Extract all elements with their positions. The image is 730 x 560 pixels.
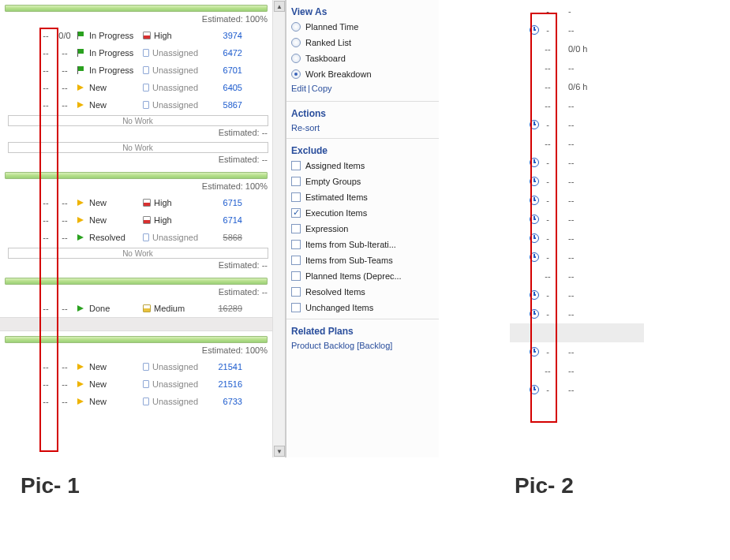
- priority-icon: [143, 84, 149, 91]
- exclude-option[interactable]: Execution Items: [291, 205, 434, 221]
- clock-icon: [530, 309, 539, 319]
- exclude-option[interactable]: Assigned Items: [291, 158, 434, 174]
- item-id-link[interactable]: 5868: [210, 233, 245, 242]
- related-plan-link[interactable]: Product Backlog [Backlog]: [291, 338, 434, 353]
- view-as-option[interactable]: Ranked List: [291, 35, 434, 50]
- col-dash: --: [36, 31, 55, 40]
- col-dash: --: [55, 362, 74, 371]
- col-dash: --: [55, 233, 74, 242]
- col-dash: -: [541, 290, 554, 300]
- item-id-link[interactable]: 6714: [210, 215, 245, 225]
- clock-icon: [530, 290, 539, 300]
- time-row: ---: [510, 286, 644, 304]
- no-work-box: No Work: [8, 248, 268, 259]
- col-value: --: [554, 101, 609, 110]
- option-label: Planned Time: [305, 22, 358, 32]
- priority-icon: [143, 199, 151, 207]
- work-item-row[interactable]: ----NewUnassigned21541: [0, 358, 272, 375]
- priority-icon: [143, 398, 149, 405]
- item-id-link[interactable]: 6733: [210, 397, 245, 406]
- view-as-option[interactable]: Planned Time: [291, 19, 434, 35]
- col-dash: -: [541, 347, 554, 357]
- option-label: Estimated Items: [305, 192, 368, 202]
- work-item-row[interactable]: ----In ProgressUnassigned6472: [0, 44, 272, 62]
- exclude-option[interactable]: Resolved Items: [291, 284, 434, 300]
- col-dash: --: [541, 366, 554, 375]
- item-id-link[interactable]: 21516: [210, 379, 245, 389]
- exclude-option[interactable]: Items from Sub-Iterati...: [291, 237, 434, 252]
- priority-icon: [143, 363, 149, 371]
- col-value: --: [554, 385, 609, 394]
- col-dash: --: [541, 271, 554, 281]
- clock-icon: [530, 347, 539, 357]
- exclude-option[interactable]: Items from Sub-Teams: [291, 252, 434, 268]
- item-id-link[interactable]: 5867: [210, 100, 245, 110]
- time-row: ----: [510, 134, 644, 153]
- col-dash: --: [36, 233, 55, 242]
- view-as-option[interactable]: Work Breakdown: [291, 66, 434, 82]
- priority-icon: [143, 49, 149, 57]
- col-value: --: [554, 290, 609, 300]
- exclude-option[interactable]: Planned Items (Deprec...: [291, 268, 434, 284]
- item-id-link[interactable]: 6701: [210, 65, 245, 75]
- exclude-option[interactable]: Unchanged Items: [291, 300, 434, 315]
- time-row: ---: [510, 210, 644, 229]
- item-id-link[interactable]: 6715: [210, 198, 245, 207]
- clock-icon: [530, 25, 539, 35]
- progress-bar: [5, 172, 268, 179]
- time-row: ----: [510, 267, 644, 286]
- col-dash: --: [36, 304, 55, 313]
- status-text: New: [89, 379, 107, 389]
- edit-link[interactable]: Edit: [291, 84, 306, 93]
- work-item-row[interactable]: ----ResolvedUnassigned5868: [0, 229, 272, 246]
- col-value: --: [554, 120, 609, 129]
- col-dash: -: [541, 158, 554, 167]
- exclude-option[interactable]: Expression: [291, 221, 434, 237]
- scroll-down-icon[interactable]: ▼: [274, 446, 285, 457]
- view-as-option[interactable]: Taskboard: [291, 50, 434, 66]
- status-icon: [77, 379, 86, 389]
- status-icon: [77, 362, 86, 371]
- clock-icon: [530, 177, 539, 186]
- exclude-option[interactable]: Empty Groups: [291, 174, 434, 189]
- copy-link[interactable]: Copy: [312, 84, 332, 93]
- time-row: ----: [510, 58, 644, 77]
- work-item-row[interactable]: ----NewHigh6715: [0, 194, 272, 211]
- work-item-row[interactable]: ----NewHigh6714: [0, 211, 272, 229]
- scroll-up-icon[interactable]: ▲: [274, 1, 285, 12]
- work-item-row[interactable]: --0/0In ProgressHigh3974: [0, 27, 272, 44]
- priority-text: Unassigned: [152, 362, 198, 371]
- time-row: ---: [510, 191, 644, 210]
- item-id-link[interactable]: 6472: [210, 48, 245, 58]
- col-dash: --: [36, 215, 55, 225]
- pic2-label: Pic- 2: [515, 473, 574, 498]
- work-item-row[interactable]: ----NewUnassigned21516: [0, 375, 272, 393]
- col-value: --: [554, 196, 609, 205]
- time-row: ---: [510, 172, 644, 191]
- work-item-row[interactable]: ----NewUnassigned6405: [0, 79, 272, 96]
- item-id-link[interactable]: 6405: [210, 83, 245, 92]
- item-id-link[interactable]: 3974: [210, 31, 245, 40]
- resort-link[interactable]: Re-sort: [291, 121, 434, 135]
- clock-icon: [530, 158, 539, 167]
- estimated-label: Estimated: 100%: [0, 14, 272, 27]
- item-id-link[interactable]: 21541: [210, 362, 245, 371]
- work-item-row[interactable]: ----In ProgressUnassigned6701: [0, 62, 272, 79]
- col-dash: --: [36, 362, 55, 371]
- status-text: Done: [89, 304, 110, 313]
- work-item-row[interactable]: ----NewUnassigned6733: [0, 393, 272, 410]
- pic1-label: Pic- 1: [21, 473, 80, 498]
- status-text: In Progress: [89, 31, 133, 40]
- work-item-row[interactable]: ----DoneMedium16289: [0, 300, 272, 317]
- time-row: ---: [510, 380, 644, 399]
- work-item-row[interactable]: ----NewUnassigned5867: [0, 96, 272, 114]
- time-row: --: [510, 2, 644, 21]
- checkbox-icon: [291, 287, 301, 297]
- col-value: --: [554, 63, 609, 73]
- scrollbar[interactable]: ▲ ▼: [272, 0, 285, 457]
- exclude-option[interactable]: Estimated Items: [291, 189, 434, 205]
- status-text: New: [89, 397, 107, 406]
- col-dash: --: [36, 198, 55, 207]
- item-id-link[interactable]: 16289: [210, 304, 245, 313]
- clock-icon: [530, 252, 539, 262]
